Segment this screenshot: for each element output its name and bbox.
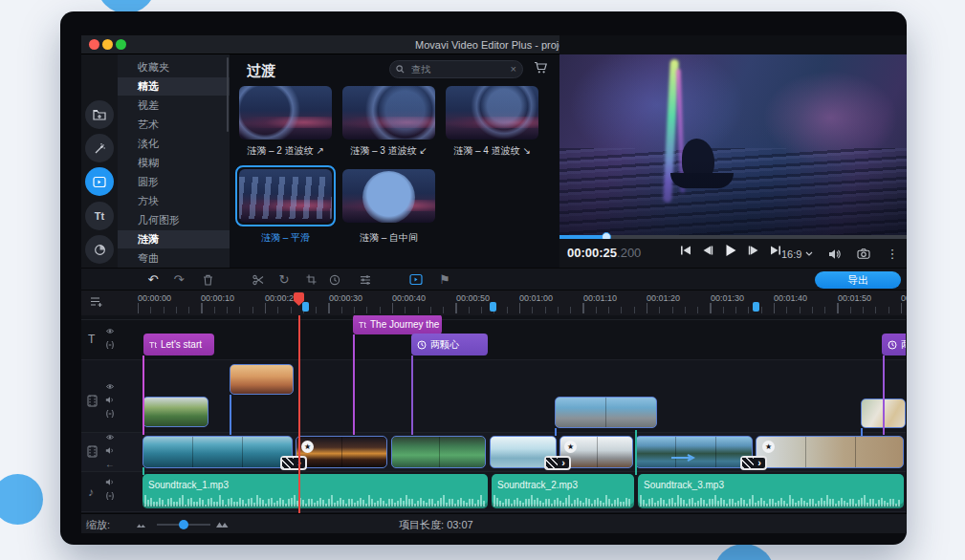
filters-button[interactable] xyxy=(85,134,114,162)
play-button[interactable] xyxy=(724,244,737,257)
volume-button[interactable] xyxy=(828,248,842,260)
skip-start-button[interactable] xyxy=(680,245,691,256)
element-clip[interactable]: 两颗心 xyxy=(411,334,488,355)
transitions-button[interactable] xyxy=(85,167,114,196)
rotate-button[interactable]: ↻ xyxy=(275,271,293,288)
video-clip[interactable] xyxy=(756,436,904,468)
link-icon[interactable] xyxy=(105,409,115,419)
video-clip[interactable] xyxy=(635,436,753,468)
transition-thumb-ripple-smooth[interactable] xyxy=(239,169,332,223)
preview-video xyxy=(559,54,907,235)
crop-button[interactable] xyxy=(302,271,319,288)
transition-thumb-ripple-2[interactable] xyxy=(239,86,332,140)
stickers-button[interactable] xyxy=(85,235,114,264)
category-geometry[interactable]: 几何图形 xyxy=(118,211,230,229)
link-icon[interactable] xyxy=(105,340,115,350)
mute-speaker-icon[interactable] xyxy=(105,478,115,486)
star-badge[interactable]: ★ xyxy=(301,441,314,453)
audio-clip[interactable]: Soundtrack_1.mp3 xyxy=(143,474,488,508)
chevron-down-icon xyxy=(805,251,813,256)
color-adjustments-button[interactable] xyxy=(357,271,374,288)
thumb-art xyxy=(471,86,537,140)
audio-clip-label: Soundtrack_3.mp3 xyxy=(644,480,724,490)
video-clip[interactable] xyxy=(143,436,293,468)
edit-toolbar: ↶ ↷ ↻ ⚑ 导出 xyxy=(81,268,907,290)
eye-icon[interactable] xyxy=(105,327,115,335)
zoom-slider[interactable] xyxy=(157,524,210,526)
add-track-icon[interactable] xyxy=(90,296,103,308)
arrow-left-icon[interactable]: ← xyxy=(105,459,115,469)
titles-button[interactable]: Tt xyxy=(85,202,114,230)
undo-button[interactable]: ↶ xyxy=(144,271,162,288)
clip-connector xyxy=(411,355,413,435)
transition-badge-arrow: › xyxy=(558,458,569,468)
more-options-button[interactable]: ⋮ xyxy=(886,247,898,261)
audio-clip[interactable]: Soundtrack_2.mp3 xyxy=(492,474,634,508)
star-badge[interactable]: ★ xyxy=(762,441,775,453)
mute-speaker-icon[interactable] xyxy=(105,396,115,404)
transition-badge[interactable]: › xyxy=(280,456,307,470)
store-cart-icon[interactable] xyxy=(534,61,548,75)
category-favorites[interactable]: 收藏夹 xyxy=(118,58,230,76)
import-media-button[interactable] xyxy=(85,100,114,129)
clear-search-icon[interactable]: × xyxy=(511,64,516,75)
eye-icon[interactable] xyxy=(105,382,115,391)
aspect-ratio-dropdown[interactable]: 16:9 xyxy=(781,248,813,260)
playhead-line[interactable] xyxy=(298,315,300,513)
link-icon[interactable] xyxy=(105,491,115,501)
zoom-in-icon[interactable] xyxy=(216,519,230,528)
skip-end-button[interactable] xyxy=(770,245,781,256)
video-clip[interactable] xyxy=(391,436,486,468)
timeline-marker[interactable] xyxy=(490,302,496,312)
lane-separator xyxy=(81,432,907,433)
timeline-marker[interactable] xyxy=(302,302,309,312)
previous-frame-button[interactable] xyxy=(702,245,713,256)
transition-wizard-button[interactable] xyxy=(407,271,425,288)
element-clip[interactable]: 两颗心 xyxy=(882,334,907,355)
next-frame-button[interactable] xyxy=(748,245,759,256)
eye-icon[interactable] xyxy=(105,433,115,442)
category-blocks[interactable]: 方块 xyxy=(118,192,230,210)
category-scrollbar[interactable] xyxy=(227,57,229,132)
overlay-clip[interactable] xyxy=(555,397,657,428)
transition-thumb-ripple-4[interactable] xyxy=(446,86,538,140)
export-button[interactable]: 导出 xyxy=(815,271,901,289)
category-ripple[interactable]: 涟漪 xyxy=(118,230,230,248)
project-length: 项目长度: 03:07 xyxy=(399,518,473,532)
transition-thumb-ripple-center[interactable] xyxy=(342,169,435,223)
title-clip[interactable]: Tt Let's start xyxy=(143,334,214,355)
audio-clip[interactable]: Soundtrack_3.mp3 xyxy=(638,474,904,508)
overlay-clip[interactable] xyxy=(230,364,294,395)
redo-button[interactable]: ↷ xyxy=(170,271,187,288)
split-scissors-button[interactable] xyxy=(250,271,267,288)
snapshot-camera-button[interactable] xyxy=(857,248,870,259)
star-badge[interactable]: ★ xyxy=(564,441,577,453)
clip-connector xyxy=(143,355,144,435)
transition-label: 涟漪 – 自中间 xyxy=(342,231,435,245)
clip-properties-button[interactable] xyxy=(326,271,343,288)
title-clip[interactable]: Tt The Journey the c xyxy=(353,315,442,334)
transition-thumb-ripple-3[interactable] xyxy=(342,86,435,140)
transition-badge[interactable]: › xyxy=(740,456,767,470)
transition-badge-stripes xyxy=(546,458,558,468)
category-blur[interactable]: 模糊 xyxy=(118,154,230,172)
zoom-out-icon[interactable] xyxy=(137,521,147,528)
category-circles[interactable]: 圆形 xyxy=(118,173,230,191)
transition-badge[interactable]: › xyxy=(544,456,571,470)
category-featured[interactable]: 精选 xyxy=(118,77,230,96)
delete-button[interactable] xyxy=(199,271,216,288)
ruler-label: 00:01:00 xyxy=(519,293,553,303)
category-artistic[interactable]: 艺术 xyxy=(118,116,230,134)
timeline-ruler[interactable]: 00:00:00 00:00:10 00:00:20 00:00:30 00:0… xyxy=(81,290,907,315)
video-track-icon xyxy=(87,395,98,407)
search-input[interactable] xyxy=(409,63,511,75)
overlay-clip[interactable] xyxy=(143,397,208,427)
category-fade[interactable]: 淡化 xyxy=(118,135,230,153)
category-parallax[interactable]: 视差 xyxy=(118,97,230,115)
category-warp[interactable]: 弯曲 xyxy=(118,249,230,268)
marker-flag-button[interactable]: ⚑ xyxy=(436,271,453,288)
zoom-slider-knob[interactable] xyxy=(179,520,188,529)
mute-speaker-icon[interactable] xyxy=(105,446,115,455)
transition-label: 涟漪 – 2 道波纹 ↗ xyxy=(239,144,332,158)
timeline-marker[interactable] xyxy=(753,302,759,312)
